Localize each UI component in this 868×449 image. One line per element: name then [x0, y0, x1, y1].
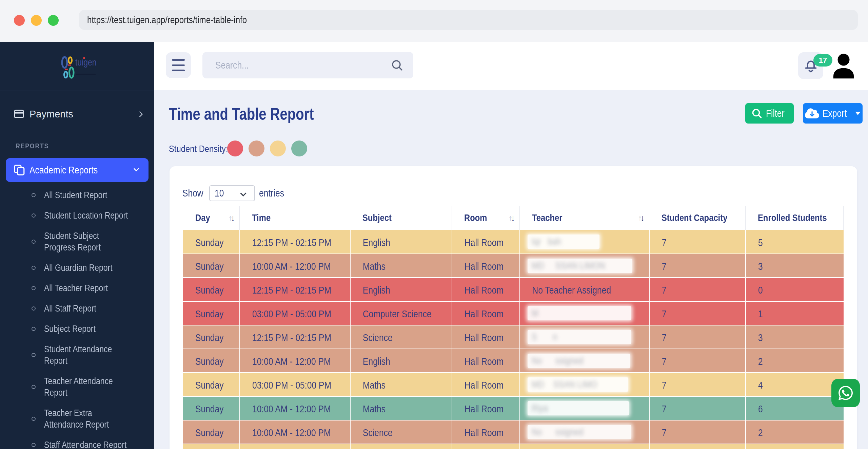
text-day: Sunday — [195, 380, 224, 391]
bullet-circle-icon — [32, 385, 36, 389]
search-input[interactable]: Search... — [202, 52, 413, 78]
text-lines: Subject Report — [44, 323, 96, 335]
text-room: Hall Room — [465, 380, 504, 391]
menu-line — [172, 64, 185, 66]
cell-day: Sunday — [183, 325, 240, 349]
menu-toggle-button[interactable] — [166, 52, 191, 78]
bullet-circle-icon — [32, 306, 36, 311]
text-time: 12:15 PM - 02:15 PM — [252, 332, 331, 343]
text-subject: Maths — [363, 404, 386, 415]
text-room: Hall Room — [465, 332, 504, 343]
text-day: Sunday — [195, 261, 224, 272]
cell-teacher: No ssigned — [520, 420, 649, 444]
sidebar-sub-item[interactable]: Teacher Attendance Report — [0, 371, 154, 403]
filter-button[interactable]: Filter — [745, 103, 794, 124]
table-row: Sunday12:15 PM - 02:15 PMEnglishHall Roo… — [183, 278, 844, 301]
column-header-teacher[interactable]: Teacher↑↓ — [520, 206, 649, 230]
sidebar-sub-item[interactable]: All Guardian Report — [0, 258, 154, 278]
cell-enrolled: 4 — [746, 373, 844, 396]
redacted-teacher-name: S n — [528, 330, 631, 344]
cell-time: 10:00 AM - 12:00 PM — [240, 254, 350, 278]
text-teacher_ghost: No ssigned — [532, 427, 583, 437]
text-subject: Science — [363, 427, 393, 438]
browser-chrome: https://test.tuigen.app/reports/time-tab… — [0, 0, 868, 42]
menu-line — [172, 70, 185, 71]
text-lines: Teacher Extra Attendance Report — [44, 407, 109, 430]
text-time: 03:00 PM - 05:00 PM — [252, 380, 331, 391]
user-avatar[interactable] — [832, 54, 855, 79]
search-icon[interactable] — [391, 59, 403, 71]
text-label: Enrolled Students — [758, 212, 827, 223]
sidebar-sub-item[interactable]: Student Attendance Report — [0, 339, 154, 371]
whatsapp-button[interactable] — [831, 379, 860, 407]
sidebar-sub-item[interactable]: All Student Report — [0, 185, 154, 205]
sidebar-sub-item[interactable]: Teacher Extra Attendance Report — [0, 403, 154, 435]
timetable: Day↑↓TimeSubjectRoom↑↓Teacher↑↓Student C… — [183, 206, 844, 449]
sidebar-item-payments[interactable]: Payments — [0, 103, 154, 125]
bullet-circle-icon — [32, 240, 36, 244]
cell-teacher: S n — [520, 325, 649, 349]
address-bar[interactable]: https://test.tuigen.app/reports/time-tab… — [79, 10, 858, 30]
export-button[interactable]: Export — [803, 103, 863, 124]
cell-enrolled: 6 — [746, 396, 844, 420]
density-red-circle — [227, 141, 243, 156]
table-row: Sunday12:15 PM - 02:15 PMEnglishHall Roo… — [183, 230, 844, 254]
cell-enrolled: 3 — [746, 325, 844, 349]
container: ↓ — [511, 213, 515, 223]
cell-capacity: 7 — [649, 278, 746, 301]
cell-teacher: No ssigned — [520, 349, 649, 373]
sort-icon[interactable]: ↑↓ — [508, 213, 515, 223]
cell-room: Hall Room — [452, 349, 520, 373]
tuigen-logo[interactable]: tuigen — [61, 54, 99, 80]
text-time: 10:00 AM - 12:00 PM — [252, 404, 331, 415]
sort-icon[interactable]: ↑↓ — [638, 213, 645, 223]
bullet-circle-icon — [32, 193, 36, 197]
text-room: Hall Room — [465, 427, 504, 438]
cell-day: Sunday — [183, 396, 240, 420]
text-enrolled: 3 — [758, 332, 763, 343]
text-capacity: 7 — [662, 285, 667, 296]
cell-time: 12:15 PM - 02:15 PM — [240, 278, 350, 301]
text-label: Teacher — [532, 212, 563, 223]
text-teacher_ghost: M — [532, 308, 538, 319]
table-row: Sunday10:00 AM - 12:00 PMEnglishHall Roo… — [183, 349, 844, 373]
text-day: Sunday — [195, 308, 224, 320]
cell-room: Hall Room — [452, 278, 520, 301]
select-chevron-icon — [240, 190, 246, 196]
container: Payments REPORTS Academic Reports All St… — [0, 91, 154, 449]
sidebar-sub-item[interactable]: Subject Report — [0, 319, 154, 339]
text-room: Hall Room — [465, 356, 504, 367]
sidebar-item-academic-reports[interactable]: Academic Reports — [6, 158, 149, 182]
column-header-day[interactable]: Day↑↓ — [183, 206, 240, 230]
cell-capacity: 7 — [649, 420, 746, 444]
text-subject: Computer Science — [363, 308, 432, 320]
page-size-select[interactable]: 10 — [209, 185, 255, 201]
cell-room: Hall Room — [452, 420, 520, 444]
cell-room — [452, 444, 520, 449]
sidebar-sub-item[interactable]: Student Subject Progress Report — [0, 226, 154, 258]
bullet-circle-icon — [32, 266, 36, 270]
text-time: 12:15 PM - 02:15 PM — [252, 237, 331, 248]
text-time: 10:00 AM - 12:00 PM — [252, 261, 331, 272]
brand-name: tuigen — [75, 57, 97, 67]
sidebar-sub-item[interactable]: Staff Attendance Report — [0, 435, 154, 449]
sort-icon[interactable]: ↑↓ — [228, 213, 235, 223]
sidebar-sub-item[interactable]: All Teacher Report — [0, 278, 154, 298]
text-lines: All Student Report — [44, 189, 107, 201]
sidebar-sub-item[interactable]: All Staff Report — [0, 298, 154, 319]
text-lines: Student Subject Progress Report — [44, 230, 101, 253]
copy-icon — [14, 165, 25, 175]
close-window-button[interactable] — [14, 15, 25, 26]
cell-capacity: 7 — [649, 254, 746, 278]
density-yellow-circle — [270, 141, 286, 156]
cell-subject: Computer Science — [350, 301, 452, 325]
notifications-button[interactable]: 17 — [798, 52, 823, 79]
entries-label: entries — [259, 188, 284, 199]
search-placeholder: Search... — [202, 60, 391, 71]
cell-subject: English — [350, 278, 452, 301]
credit-card-icon — [14, 109, 24, 119]
minimize-window-button[interactable] — [31, 15, 42, 26]
sidebar-sub-item[interactable]: Student Location Report — [0, 205, 154, 226]
maximize-window-button[interactable] — [48, 15, 59, 26]
column-header-room[interactable]: Room↑↓ — [452, 206, 520, 230]
